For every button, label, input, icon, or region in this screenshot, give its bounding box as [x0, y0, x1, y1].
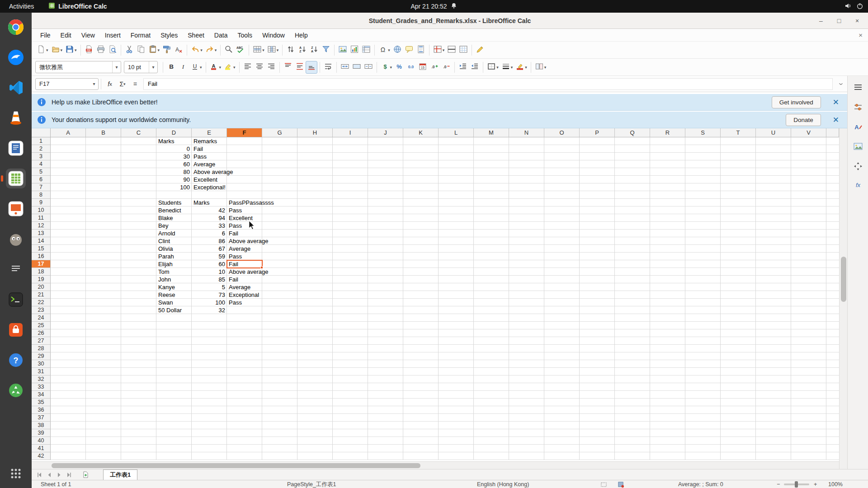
cell-E14[interactable]: 86 — [192, 237, 227, 245]
row-header-17[interactable]: 17 — [32, 260, 51, 268]
clone-formatting-button[interactable] — [161, 44, 173, 56]
cell-E17[interactable]: 60 — [192, 260, 227, 268]
number-button[interactable]: 0.0 — [405, 61, 417, 74]
borders-button[interactable]: ▾ — [486, 61, 500, 74]
cell-E5[interactable]: Above average — [192, 168, 233, 176]
row-header-37[interactable]: 37 — [32, 414, 51, 422]
row-header-26[interactable]: 26 — [32, 329, 51, 337]
row-header-32[interactable]: 32 — [32, 375, 51, 383]
cell-D2[interactable]: 0 — [156, 145, 192, 153]
find-replace-button[interactable] — [223, 44, 235, 56]
column-header-E[interactable]: E — [192, 128, 227, 137]
dropdown-arrow-icon[interactable]: ▾ — [262, 48, 264, 52]
undo-button[interactable]: ▾ — [189, 44, 204, 56]
selection-mode-icon[interactable] — [600, 480, 607, 488]
cell-D12[interactable]: Bey — [156, 222, 168, 230]
dropdown-arrow-icon[interactable]: ▾ — [443, 48, 445, 52]
row-header-34[interactable]: 34 — [32, 391, 51, 399]
previous-sheet-button[interactable] — [44, 470, 54, 479]
cell-E1[interactable]: Remarks — [192, 137, 217, 145]
name-box[interactable]: F17 ▾ — [35, 78, 99, 90]
row-header-8[interactable]: 8 — [32, 191, 51, 199]
sidebar-tab-properties[interactable] — [852, 101, 864, 113]
cell-E22[interactable]: 100 — [192, 299, 227, 306]
italic-button[interactable]: I — [177, 61, 189, 74]
draw-functions-button[interactable] — [474, 44, 486, 56]
column-header-K[interactable]: K — [403, 128, 439, 137]
pivot-table-button[interactable] — [360, 44, 372, 56]
add-decimal-button[interactable]: .0 — [429, 61, 440, 74]
cut-button[interactable] — [123, 44, 135, 56]
column-header-S[interactable]: S — [685, 128, 721, 137]
cell-E16[interactable]: 59 — [192, 253, 227, 260]
cell-F21[interactable]: Exceptional — [227, 291, 259, 299]
row-header-33[interactable]: 33 — [32, 383, 51, 391]
dropdown-arrow-icon[interactable]: ▾ — [525, 65, 527, 70]
row-button[interactable]: ▾ — [251, 44, 266, 56]
column-header-F[interactable]: F — [227, 128, 262, 137]
column-header-U[interactable]: U — [756, 128, 791, 137]
cell-E20[interactable]: 5 — [192, 283, 227, 291]
unmerge-cells-button[interactable] — [363, 61, 374, 74]
cell-E15[interactable]: 67 — [192, 245, 227, 253]
sidebar-tab-styles[interactable]: A — [852, 121, 864, 133]
column-header-Q[interactable]: Q — [615, 128, 650, 137]
page-style[interactable]: PageStyle_工作表1 — [287, 480, 336, 488]
row-header-21[interactable]: 21 — [32, 291, 51, 299]
row-header-11[interactable]: 11 — [32, 214, 51, 222]
cell-D10[interactable]: Benedict — [156, 206, 181, 214]
center-vertical-button[interactable] — [294, 61, 306, 74]
column-header-I[interactable]: I — [333, 128, 368, 137]
decrease-indent-button[interactable] — [469, 61, 481, 74]
cell-D21[interactable]: Reese — [156, 291, 175, 299]
select-function-button[interactable]: Σ▾ — [117, 78, 128, 90]
cell-E2[interactable]: Fail — [192, 145, 203, 153]
focused-app-menu[interactable]: LibreOffice Calc — [48, 2, 107, 10]
delete-decimal-button[interactable]: .0 — [440, 61, 452, 74]
cell-D15[interactable]: Olivia — [156, 245, 173, 253]
cell-F18[interactable]: Above average — [227, 268, 268, 276]
menu-insert[interactable]: Insert — [100, 30, 126, 40]
dropdown-arrow-icon[interactable]: ▾ — [511, 65, 513, 70]
cell-F13[interactable]: Fail — [227, 230, 238, 237]
cell-E23[interactable]: 32 — [192, 306, 227, 314]
row-header-36[interactable]: 36 — [32, 406, 51, 414]
increase-indent-button[interactable] — [457, 61, 469, 74]
column-header-partial[interactable] — [826, 128, 839, 137]
dropdown-arrow-icon[interactable]: ▾ — [75, 48, 77, 52]
column-button[interactable]: ▾ — [266, 44, 280, 56]
freeze-rows-columns-button[interactable]: ▾ — [432, 44, 446, 56]
vertical-scrollbar[interactable] — [839, 128, 847, 469]
dock-item-terminal[interactable] — [6, 290, 26, 310]
menu-help[interactable]: Help — [290, 30, 313, 40]
row-header-20[interactable]: 20 — [32, 283, 51, 291]
column-header-V[interactable]: V — [791, 128, 826, 137]
minimize-button[interactable]: – — [816, 15, 826, 26]
close-button[interactable]: × — [852, 15, 863, 26]
grid-lines-button[interactable] — [458, 44, 469, 56]
dock-item-gimp[interactable] — [6, 229, 26, 249]
window-titlebar[interactable]: Student_Grades_and_Remarks.xlsx - LibreO… — [32, 13, 868, 29]
dock-item-help[interactable]: ? — [6, 350, 26, 370]
close-infobar-icon[interactable]: ✕ — [833, 98, 839, 107]
dropdown-arrow-icon[interactable]: ▾ — [496, 65, 499, 70]
align-left-button[interactable] — [242, 61, 254, 74]
row-header-7[interactable]: 7 — [32, 183, 51, 191]
row-header-12[interactable]: 12 — [32, 222, 51, 230]
cell-E7[interactable]: Exceptional! — [192, 183, 226, 191]
maximize-button[interactable]: □ — [834, 15, 844, 26]
row-header-15[interactable]: 15 — [32, 245, 51, 253]
menu-data[interactable]: Data — [209, 30, 233, 40]
close-document-icon[interactable]: × — [859, 31, 863, 39]
row-header-2[interactable]: 2 — [32, 145, 51, 153]
cell-D4[interactable]: 60 — [156, 160, 192, 168]
cell-F10[interactable]: Pass — [227, 206, 242, 214]
close-infobar-icon[interactable]: ✕ — [833, 115, 839, 125]
wrap-text-button[interactable] — [322, 61, 334, 74]
horizontal-scrollbar[interactable] — [32, 461, 839, 469]
column-header-C[interactable]: C — [121, 128, 156, 137]
currency-button[interactable]: $▾ — [379, 61, 394, 74]
expand-formula-bar-button[interactable] — [835, 78, 847, 90]
column-header-D[interactable]: D — [156, 128, 192, 137]
cell-D5[interactable]: 80 — [156, 168, 192, 176]
